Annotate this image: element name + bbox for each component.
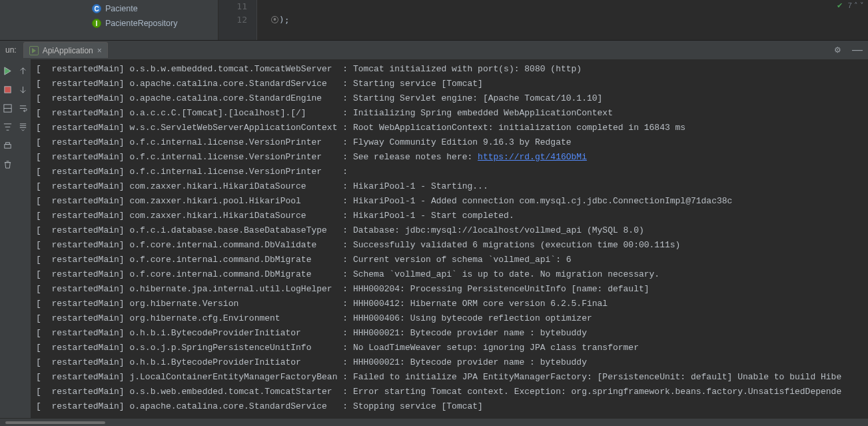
stop-icon[interactable] [2,83,14,95]
console-line: [ restartedMain] j.LocalContainerEntityM… [36,370,863,385]
console-line: [ restartedMain] o.f.c.internal.license.… [36,165,863,179]
svg-marker-0 [5,67,11,74]
console-line: [ restartedMain] o.apache.catalina.core.… [36,399,863,414]
layout-icon[interactable] [2,102,14,114]
down-arrow-icon[interactable] [17,83,29,95]
run-label: un: [0,45,22,55]
status-bar [0,418,868,426]
soft-wrap-icon[interactable] [17,102,29,114]
filter-icon[interactable] [2,121,14,133]
scroll-to-end-icon[interactable] [17,121,29,133]
console-link[interactable]: https://rd.gt/416ObMi [478,152,587,162]
interface-icon: I [92,19,101,28]
checkmark-icon[interactable]: ✔ [837,1,843,10]
rerun-icon[interactable] [2,65,14,77]
print-icon[interactable] [2,139,14,151]
console-line: [ restartedMain] o.f.core.internal.comma… [36,267,863,282]
run-side-toolbar [0,59,31,418]
fold-indicator[interactable]: ⦿ [270,15,279,25]
line-number: 11 [218,0,247,13]
console-line: [ restartedMain] o.f.core.internal.comma… [36,238,863,253]
console-line: [ restartedMain] o.hibernate.jpa.interna… [36,282,863,297]
console-line: [ restartedMain] o.s.b.web.embedded.tomc… [36,385,863,399]
spring-run-icon [29,46,39,55]
editor-gutter: 11 12 [218,0,257,40]
line-number: 12 [218,13,247,27]
tree-item-paciente-repository[interactable]: I PacienteRepository [0,16,218,31]
inspection-count[interactable]: 7 ˄ ˅ [848,1,864,10]
console-line: [ restartedMain] o.s.b.w.embedded.tomcat… [36,62,863,77]
run-tab-apiapplication[interactable]: ApiApplication × [23,42,108,58]
class-icon: C [92,4,101,13]
console-line: [ restartedMain] o.apache.catalina.core.… [36,77,863,91]
hide-panel-icon[interactable]: — [847,44,868,56]
console-line: [ restartedMain] org.hibernate.cfg.Envir… [36,311,863,326]
console-line: [ restartedMain] o.f.c.i.database.base.B… [36,223,863,238]
code-editor[interactable]: 11 12 ⦿); ✔ 7 ˄ ˅ [218,0,868,40]
console-line: [ restartedMain] o.apache.catalina.core.… [36,91,863,106]
console-line: [ restartedMain] o.h.b.i.BytecodeProvide… [36,326,863,341]
console-output[interactable]: [ restartedMain] o.s.b.w.embedded.tomcat… [31,59,868,418]
console-line: [ restartedMain] o.a.c.c.C.[Tomcat].[loc… [36,106,863,121]
trash-icon[interactable] [2,158,14,170]
svg-rect-1 [5,86,11,92]
tree-item-label: Paciente [105,4,138,13]
console-line: [ restartedMain] o.h.b.i.BytecodeProvide… [36,355,863,370]
code-text: ); [279,15,290,25]
console-line: [ restartedMain] o.f.c.internal.license.… [36,150,863,165]
console-line: [ restartedMain] com.zaxxer.hikari.Hikar… [36,209,863,223]
console-line: [ restartedMain] com.zaxxer.hikari.pool.… [36,194,863,209]
console-line: [ restartedMain] o.s.o.j.p.SpringPersist… [36,341,863,355]
tree-item-label: PacienteRepository [105,19,177,28]
run-toolwindow-header: un: ApiApplication × ⚙ — [0,41,868,59]
console-line: [ restartedMain] o.f.c.internal.license.… [36,135,863,150]
console-line: [ restartedMain] org.hibernate.Version :… [36,297,863,311]
console-line: [ restartedMain] o.f.core.internal.comma… [36,253,863,267]
run-tab-label: ApiApplication [43,46,93,55]
gear-icon[interactable]: ⚙ [829,45,847,55]
console-line: [ restartedMain] com.zaxxer.hikari.Hikar… [36,179,863,194]
project-tree[interactable]: C Paciente I PacienteRepository [0,0,218,40]
close-icon[interactable]: × [97,46,102,55]
tree-item-paciente[interactable]: C Paciente [0,1,218,16]
console-line: [ restartedMain] w.s.c.ServletWebServerA… [36,121,863,135]
up-arrow-icon[interactable] [17,65,29,77]
memory-indicator[interactable] [5,421,105,424]
svg-rect-5 [6,142,10,144]
svg-rect-4 [5,144,11,148]
